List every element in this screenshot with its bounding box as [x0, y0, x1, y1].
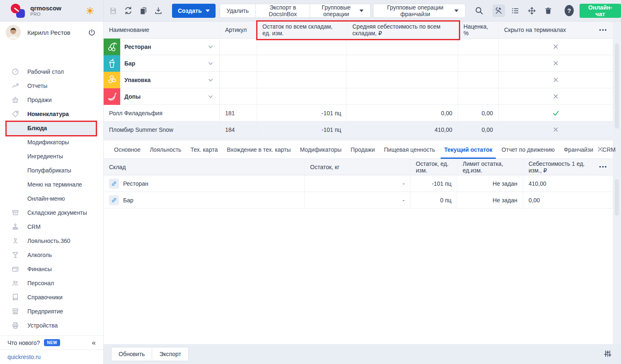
column-header-unit-cost[interactable]: Себестоимость 1 ед. изм., ₽ •••: [523, 159, 613, 175]
delete-button[interactable]: Удалить: [220, 4, 256, 18]
group-operations-franchise-button[interactable]: Групповые операции франчайзи: [373, 4, 466, 18]
link-icon[interactable]: [109, 195, 119, 205]
tab-franchisees[interactable]: Франчайзи: [564, 141, 593, 159]
sidebar-item-sales[interactable]: Продажи: [0, 93, 103, 107]
avatar[interactable]: [6, 25, 21, 40]
products-table-header: Наименование Артикул Остаток по всем скл…: [104, 22, 613, 39]
more-columns-icon[interactable]: •••: [599, 164, 607, 170]
column-header-stock[interactable]: Остаток по всем складам, ед. изм.: [257, 22, 347, 38]
column-header-name[interactable]: Наименование: [104, 22, 220, 38]
sidebar-item-ingredients[interactable]: Ингредиенты: [0, 149, 103, 163]
gauge-icon: [12, 68, 19, 75]
column-header-avg-cost[interactable]: Средняя себестоимость по всем складам, ₽: [347, 22, 458, 38]
sidebar-item-reports[interactable]: Отчеты: [0, 79, 103, 93]
collapse-sidebar-icon[interactable]: «: [92, 339, 96, 347]
sidebar-item-nomenclature[interactable]: Номенклатура: [0, 107, 103, 121]
stock-row-bar[interactable]: Бар - 0 пц Не задан 0,00: [104, 192, 613, 209]
theme-sun-icon[interactable]: [86, 7, 94, 15]
tab-loyalty[interactable]: Лояльность: [150, 141, 181, 159]
category-row-extras[interactable]: Допы: [104, 88, 613, 105]
category-row-restaurant[interactable]: Ресторан: [104, 39, 613, 55]
check-icon: [552, 109, 560, 117]
group-operations-button[interactable]: Групповые операции: [310, 4, 370, 18]
detail-panel: Основное Лояльность Тех. карта Вхождение…: [104, 141, 613, 344]
column-header-stock-kg[interactable]: Остаток, кг: [305, 159, 410, 175]
create-button[interactable]: Создать: [172, 4, 216, 18]
quickresto-link[interactable]: quickresto.ru: [7, 354, 41, 360]
search-icon[interactable]: [475, 5, 484, 17]
tag-icon: [12, 110, 19, 118]
sidebar-item-enterprise[interactable]: Предприятие: [0, 304, 103, 318]
scrollbar-products[interactable]: [615, 44, 619, 129]
sidebar-item-dishes[interactable]: Блюда: [6, 121, 97, 135]
product-row-roll-philadelphia[interactable]: Ролл Филадельфия 181 -101 пц 0,00 0,00: [104, 105, 613, 121]
close-panel-icon[interactable]: [596, 145, 604, 153]
tab-current-stock[interactable]: Текущий остаток: [444, 141, 492, 159]
sidebar-menu: Рабочий стол Отчеты Продажи Номенклатура…: [0, 65, 103, 361]
table-settings-sliders-icon[interactable]: [604, 349, 612, 358]
save-icon[interactable]: [109, 6, 117, 16]
sidebar-item-dashboard[interactable]: Рабочий стол: [0, 65, 103, 79]
move-icon[interactable]: [526, 5, 538, 17]
sidebar-item-finance[interactable]: Финансы: [0, 262, 103, 276]
more-columns-icon[interactable]: •••: [599, 27, 607, 33]
category-row-bar[interactable]: Бар: [104, 55, 613, 72]
sidebar-item-warehouse-docs[interactable]: Складские документы: [0, 206, 103, 220]
chevron-down-icon[interactable]: [208, 77, 213, 83]
tab-tech-card[interactable]: Тех. карта: [190, 141, 218, 159]
trash-icon[interactable]: [542, 5, 555, 17]
column-header-hidden[interactable]: Скрыто на терминалах •••: [499, 22, 613, 38]
tab-tech-card-usage[interactable]: Вхождение в тех. карты: [227, 141, 291, 159]
sidebar-item-terminal-menu[interactable]: Меню на терминале: [0, 177, 103, 192]
org-chart-icon: [12, 223, 19, 231]
chevron-down-icon[interactable]: [208, 44, 213, 50]
whats-new-link[interactable]: Что нового?: [7, 340, 40, 346]
column-header-warehouse[interactable]: Склад: [104, 159, 305, 175]
column-header-markup[interactable]: Наценка, %: [458, 22, 499, 38]
cross-icon: [552, 43, 559, 50]
plan-label: PRO: [30, 12, 61, 17]
chevron-down-icon[interactable]: [208, 61, 213, 66]
sidebar-item-loyalty360[interactable]: Лояльность.360: [0, 234, 103, 248]
product-row-plombir-summer-snow[interactable]: Пломбир Summer Snow 184 -101 пц 410,00 0…: [104, 121, 613, 138]
refresh-button[interactable]: Обновить: [111, 347, 152, 361]
sidebar-item-directories[interactable]: Справочники: [0, 290, 103, 304]
sidebar-item-modifiers[interactable]: Модификаторы: [0, 135, 103, 149]
tab-modifiers[interactable]: Модификаторы: [300, 141, 341, 159]
export-docsinbox-button[interactable]: Экспорт в DocsInBox: [256, 4, 310, 18]
sidebar-item-crm[interactable]: CRM: [0, 220, 103, 234]
new-badge: NEW: [44, 339, 60, 346]
column-header-stock-units[interactable]: Остаток, ед. изм.: [410, 159, 457, 175]
help-icon[interactable]: ?: [565, 5, 574, 16]
category-row-packaging[interactable]: Упаковка: [104, 72, 613, 88]
logout-power-icon[interactable]: [88, 29, 96, 36]
archive-box-icon: [12, 209, 19, 216]
sidebar-item-online-menu[interactable]: Онлайн-меню: [0, 192, 103, 206]
column-header-sku[interactable]: Артикул: [220, 22, 257, 38]
link-icon[interactable]: [109, 179, 119, 189]
user-row[interactable]: Кирилл Рестов: [0, 22, 103, 43]
stock-row-restaurant[interactable]: Ресторан - -101 пц Не задан 410,00: [104, 175, 613, 192]
chevron-down-icon[interactable]: [208, 94, 213, 99]
column-header-limit[interactable]: Лимит остатка, ед.изм.: [457, 159, 523, 175]
export-button[interactable]: Экспорт: [152, 347, 189, 361]
sidebar-item-devices[interactable]: Устройства: [0, 318, 103, 332]
app-window: qrmoscow PRO Создать Удалить Экспорт в D…: [0, 0, 621, 364]
actions-button-group: Удалить Экспорт в DocsInBox Групповые оп…: [220, 4, 371, 18]
online-chat-button[interactable]: Онлайн-чат: [580, 4, 621, 18]
tab-nutrition[interactable]: Пищевая ценность: [384, 141, 435, 159]
scrollbar-stock-table[interactable]: [615, 179, 619, 216]
tools-icon[interactable]: [492, 5, 505, 17]
sidebar-item-alcohol[interactable]: Алкоголь: [0, 248, 103, 262]
download-icon[interactable]: [154, 6, 163, 16]
refresh-icon[interactable]: [124, 6, 133, 16]
list-view-icon[interactable]: [509, 5, 522, 17]
cross-icon: [552, 93, 559, 100]
sidebar-item-staff[interactable]: Персонал: [0, 276, 103, 290]
package-icon: [104, 72, 120, 88]
tab-movement-report[interactable]: Отчет по движению: [502, 141, 555, 159]
tab-sales[interactable]: Продажи: [351, 141, 375, 159]
tab-main[interactable]: Основное: [114, 141, 141, 159]
copy-icon[interactable]: [139, 6, 148, 16]
sidebar-item-semifinished[interactable]: Полуфабрикаты: [0, 163, 103, 177]
